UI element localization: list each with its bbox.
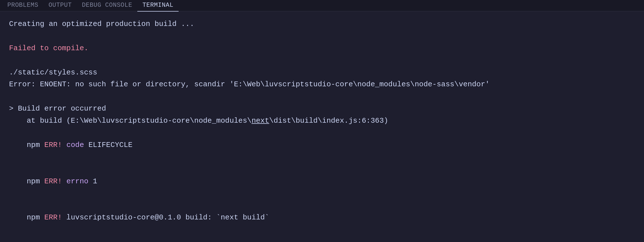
terminal-empty-1 [9,30,635,42]
tab-terminal[interactable]: TERMINAL [137,0,179,12]
terminal-line-scss: ./static/styles.scss [9,67,635,79]
terminal-line-1: Creating an optimized production build .… [9,18,635,30]
terminal-line-at-build: at build (E:\Web\luvscriptstudio-core\no… [9,115,635,127]
tab-debug-console[interactable]: DEBUG CONSOLE [77,0,137,12]
terminal-line-enoent: Error: ENOENT: no such file or directory… [9,78,635,91]
terminal-line-npm-errno: npm ERR! errno 1 [9,163,635,200]
terminal-line-npm-pkg: npm ERR! luvscriptstudio-core@0.1.0 buil… [9,199,635,236]
tab-output[interactable]: OUTPUT [44,0,77,12]
terminal-line-failed: Failed to compile. [9,42,635,54]
panel-tabs: PROBLEMS OUTPUT DEBUG CONSOLE TERMINAL [0,0,644,11]
terminal-line-npm-code: npm ERR! code ELIFECYCLE [9,127,635,163]
tab-problems[interactable]: PROBLEMS [2,0,44,12]
terminal-empty-3 [9,91,635,103]
terminal-body: Creating an optimized production build .… [0,11,644,242]
terminal-empty-2 [9,54,635,67]
terminal-line-npm-exit: npm ERR! Exit status 1 [9,236,635,242]
terminal-line-build-error: > Build error occurred [9,103,635,115]
